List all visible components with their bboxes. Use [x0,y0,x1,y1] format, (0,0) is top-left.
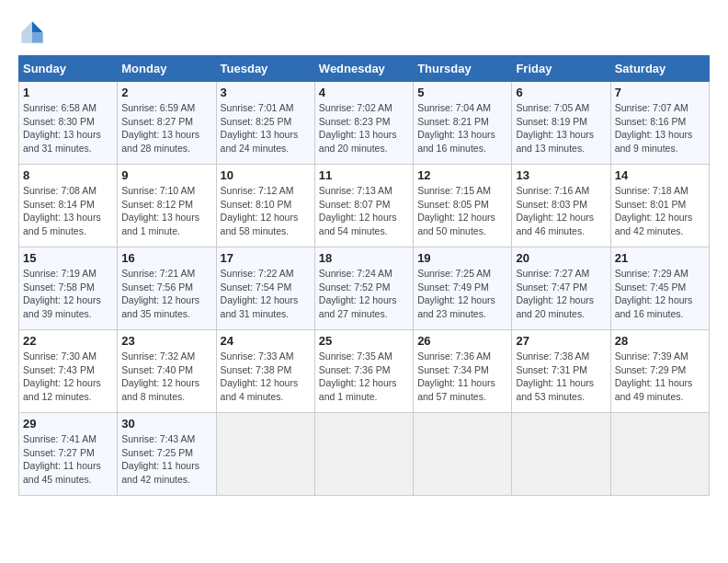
svg-marker-2 [32,32,43,43]
calendar-week-2: 8Sunrise: 7:08 AM Sunset: 8:14 PM Daylig… [19,165,710,247]
calendar-cell: 22Sunrise: 7:30 AM Sunset: 7:43 PM Dayli… [19,330,118,413]
day-number: 21 [615,251,705,265]
calendar-table: SundayMondayTuesdayWednesdayThursdayFrid… [18,55,710,496]
calendar-cell: 24Sunrise: 7:33 AM Sunset: 7:38 PM Dayli… [216,330,314,413]
day-info: Sunrise: 7:36 AM Sunset: 7:34 PM Dayligh… [417,350,507,404]
day-number: 2 [121,86,211,99]
day-number: 11 [319,168,409,182]
day-info: Sunrise: 7:19 AM Sunset: 7:58 PM Dayligh… [23,267,113,321]
day-header-thursday: Thursday [414,56,512,82]
day-info: Sunrise: 7:04 AM Sunset: 8:21 PM Dayligh… [417,101,507,155]
day-info: Sunrise: 7:29 AM Sunset: 7:45 PM Dayligh… [615,267,705,321]
calendar-cell: 8Sunrise: 7:08 AM Sunset: 8:14 PM Daylig… [19,165,118,247]
day-number: 24 [221,334,311,348]
day-info: Sunrise: 7:32 AM Sunset: 7:40 PM Dayligh… [121,350,211,404]
day-header-sunday: Sunday [19,56,118,82]
calendar-cell [216,413,314,496]
calendar-week-3: 15Sunrise: 7:19 AM Sunset: 7:58 PM Dayli… [19,247,710,330]
day-number: 30 [121,417,211,431]
day-info: Sunrise: 6:59 AM Sunset: 8:27 PM Dayligh… [121,101,211,155]
calendar-cell [314,413,413,496]
day-info: Sunrise: 7:22 AM Sunset: 7:54 PM Dayligh… [221,267,311,321]
day-number: 5 [417,86,507,99]
day-info: Sunrise: 7:05 AM Sunset: 8:19 PM Dayligh… [516,101,606,155]
logo [18,18,50,46]
day-number: 13 [516,168,606,182]
calendar-cell: 20Sunrise: 7:27 AM Sunset: 7:47 PM Dayli… [512,247,610,330]
day-number: 18 [319,251,409,265]
calendar-cell: 29Sunrise: 7:41 AM Sunset: 7:27 PM Dayli… [19,413,118,496]
day-number: 3 [221,86,311,99]
day-header-monday: Monday [118,56,216,82]
day-number: 23 [121,334,211,348]
calendar-header-row: SundayMondayTuesdayWednesdayThursdayFrid… [19,56,710,82]
calendar-cell: 11Sunrise: 7:13 AM Sunset: 8:07 PM Dayli… [314,165,413,247]
calendar-cell: 26Sunrise: 7:36 AM Sunset: 7:34 PM Dayli… [414,330,512,413]
calendar-cell: 9Sunrise: 7:10 AM Sunset: 8:12 PM Daylig… [118,165,216,247]
day-number: 14 [615,168,705,182]
calendar-cell: 16Sunrise: 7:21 AM Sunset: 7:56 PM Dayli… [118,247,216,330]
day-info: Sunrise: 7:13 AM Sunset: 8:07 PM Dayligh… [319,184,409,238]
day-info: Sunrise: 7:16 AM Sunset: 8:03 PM Dayligh… [516,184,606,238]
calendar-cell: 28Sunrise: 7:39 AM Sunset: 7:29 PM Dayli… [610,330,709,413]
calendar-cell [512,413,610,496]
day-number: 22 [23,334,113,348]
calendar-cell: 10Sunrise: 7:12 AM Sunset: 8:10 PM Dayli… [216,165,314,247]
calendar-cell: 13Sunrise: 7:16 AM Sunset: 8:03 PM Dayli… [512,165,610,247]
calendar-cell: 2Sunrise: 6:59 AM Sunset: 8:27 PM Daylig… [118,82,216,165]
day-number: 12 [417,168,507,182]
calendar-cell: 25Sunrise: 7:35 AM Sunset: 7:36 PM Dayli… [314,330,413,413]
day-number: 8 [23,168,113,182]
day-info: Sunrise: 6:58 AM Sunset: 8:30 PM Dayligh… [23,101,113,155]
logo-icon [18,18,46,46]
day-info: Sunrise: 7:35 AM Sunset: 7:36 PM Dayligh… [319,350,409,404]
day-number: 4 [319,86,409,99]
day-number: 28 [615,334,705,348]
day-info: Sunrise: 7:27 AM Sunset: 7:47 PM Dayligh… [516,267,606,321]
day-number: 19 [417,251,507,265]
day-number: 29 [23,417,113,431]
calendar-cell: 15Sunrise: 7:19 AM Sunset: 7:58 PM Dayli… [19,247,118,330]
calendar-week-1: 1Sunrise: 6:58 AM Sunset: 8:30 PM Daylig… [19,82,710,165]
day-info: Sunrise: 7:12 AM Sunset: 8:10 PM Dayligh… [221,184,311,238]
day-info: Sunrise: 7:30 AM Sunset: 7:43 PM Dayligh… [23,350,113,404]
day-info: Sunrise: 7:25 AM Sunset: 7:49 PM Dayligh… [417,267,507,321]
day-number: 26 [417,334,507,348]
calendar-cell: 19Sunrise: 7:25 AM Sunset: 7:49 PM Dayli… [414,247,512,330]
day-info: Sunrise: 7:18 AM Sunset: 8:01 PM Dayligh… [615,184,705,238]
day-number: 27 [516,334,606,348]
day-info: Sunrise: 7:24 AM Sunset: 7:52 PM Dayligh… [319,267,409,321]
day-number: 16 [121,251,211,265]
calendar-cell: 27Sunrise: 7:38 AM Sunset: 7:31 PM Dayli… [512,330,610,413]
day-info: Sunrise: 7:02 AM Sunset: 8:23 PM Dayligh… [319,101,409,155]
calendar-cell: 21Sunrise: 7:29 AM Sunset: 7:45 PM Dayli… [610,247,709,330]
day-header-saturday: Saturday [610,56,709,82]
day-number: 25 [319,334,409,348]
day-header-tuesday: Tuesday [216,56,314,82]
day-info: Sunrise: 7:38 AM Sunset: 7:31 PM Dayligh… [516,350,606,404]
calendar-cell: 4Sunrise: 7:02 AM Sunset: 8:23 PM Daylig… [314,82,413,165]
day-number: 20 [516,251,606,265]
calendar-cell: 7Sunrise: 7:07 AM Sunset: 8:16 PM Daylig… [610,82,709,165]
calendar-cell: 23Sunrise: 7:32 AM Sunset: 7:40 PM Dayli… [118,330,216,413]
day-number: 7 [615,86,705,99]
day-number: 1 [23,86,113,99]
calendar-cell: 30Sunrise: 7:43 AM Sunset: 7:25 PM Dayli… [118,413,216,496]
day-info: Sunrise: 7:21 AM Sunset: 7:56 PM Dayligh… [121,267,211,321]
day-info: Sunrise: 7:39 AM Sunset: 7:29 PM Dayligh… [615,350,705,404]
calendar-cell: 12Sunrise: 7:15 AM Sunset: 8:05 PM Dayli… [414,165,512,247]
day-info: Sunrise: 7:43 AM Sunset: 7:25 PM Dayligh… [121,432,211,487]
page-header [18,18,710,46]
day-number: 17 [221,251,311,265]
calendar-cell [414,413,512,496]
day-info: Sunrise: 7:15 AM Sunset: 8:05 PM Dayligh… [417,184,507,238]
day-info: Sunrise: 7:07 AM Sunset: 8:16 PM Dayligh… [615,101,705,155]
calendar-cell: 17Sunrise: 7:22 AM Sunset: 7:54 PM Dayli… [216,247,314,330]
calendar-cell: 14Sunrise: 7:18 AM Sunset: 8:01 PM Dayli… [610,165,709,247]
day-info: Sunrise: 7:41 AM Sunset: 7:27 PM Dayligh… [23,432,113,487]
calendar-cell: 1Sunrise: 6:58 AM Sunset: 8:30 PM Daylig… [19,82,118,165]
day-info: Sunrise: 7:10 AM Sunset: 8:12 PM Dayligh… [121,184,211,238]
day-info: Sunrise: 7:08 AM Sunset: 8:14 PM Dayligh… [23,184,113,238]
day-number: 9 [121,168,211,182]
calendar-cell: 3Sunrise: 7:01 AM Sunset: 8:25 PM Daylig… [216,82,314,165]
